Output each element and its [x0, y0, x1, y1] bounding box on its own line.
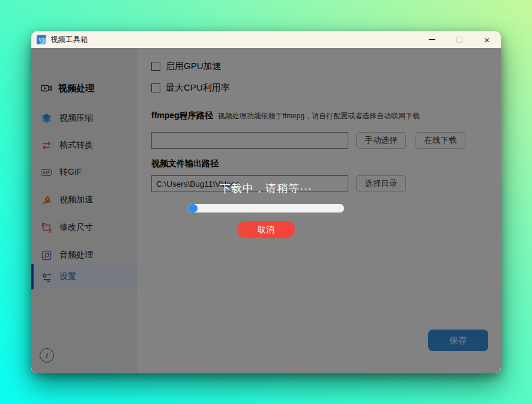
download-progress-bar [188, 204, 344, 213]
app-window: VT 视频工具箱 × 视频处理 [31, 31, 501, 373]
titlebar: VT 视频工具箱 × [31, 31, 501, 48]
app-icon: VT [37, 35, 46, 44]
download-dialog: 下载中，请稍等··· 取消 [31, 181, 501, 238]
maximize-icon [456, 37, 462, 43]
download-status-text: 下载中，请稍等··· [31, 181, 501, 196]
close-button[interactable]: × [473, 31, 501, 48]
desktop: { "window": { "title": "视频工具箱", "app_ico… [0, 0, 532, 404]
cancel-download-button[interactable]: 取消 [237, 221, 295, 238]
download-progress-fill [188, 204, 198, 213]
window-title: 视频工具箱 [50, 35, 88, 45]
minimize-button[interactable] [418, 31, 446, 48]
maximize-button[interactable] [446, 31, 473, 48]
window-controls: × [418, 31, 501, 48]
minimize-icon [429, 39, 435, 40]
client-area: 视频处理 视频压缩 [31, 48, 501, 373]
